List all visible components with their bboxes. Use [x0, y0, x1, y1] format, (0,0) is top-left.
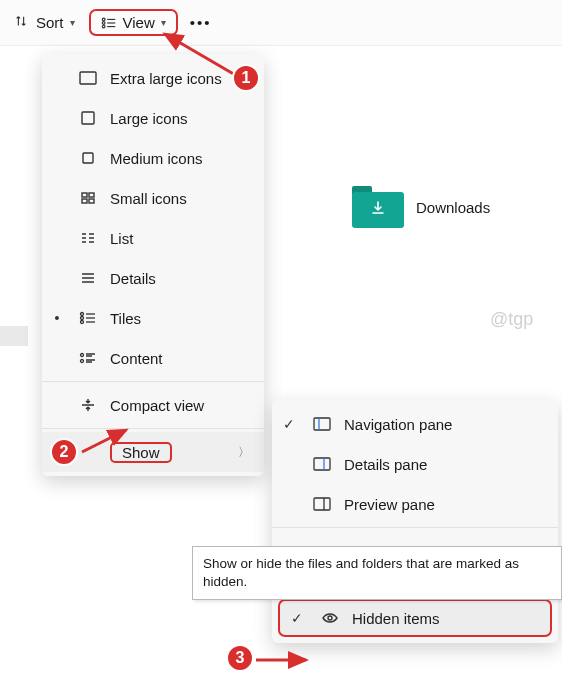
folder-item-downloads[interactable]: Downloads: [352, 186, 490, 228]
details-pane-icon: [310, 457, 334, 471]
menu-item-label: Content: [110, 350, 256, 367]
svg-rect-8: [82, 199, 87, 203]
list-icon: [76, 231, 100, 245]
svg-point-13: [81, 354, 84, 357]
menu-item-label: Medium icons: [110, 150, 256, 167]
view-menu-item-list[interactable]: List: [42, 218, 264, 258]
menu-item-label: Small icons: [110, 190, 256, 207]
view-icon: [101, 16, 117, 30]
annotation-badge-1: 1: [232, 64, 260, 92]
view-label: View: [123, 14, 155, 31]
menu-item-label: List: [110, 230, 256, 247]
annotation-badge-2: 2: [50, 438, 78, 466]
annotation-arrow-3: [254, 650, 314, 670]
svg-rect-7: [89, 193, 94, 197]
svg-point-1: [102, 21, 105, 24]
view-menu-item-large[interactable]: Large icons: [42, 98, 264, 138]
medium-icons-icon: [76, 151, 100, 165]
menu-item-label: Compact view: [110, 397, 256, 414]
preview-pane-icon: [310, 497, 334, 511]
show-menu-item-preview-pane[interactable]: Preview pane: [272, 484, 558, 524]
annotation-arrow-2: [78, 424, 138, 464]
svg-point-19: [328, 616, 332, 620]
svg-point-2: [102, 25, 105, 28]
sort-icon: [14, 14, 30, 31]
menu-item-label: Details pane: [344, 456, 548, 473]
extra-large-icons-icon: [76, 71, 100, 85]
svg-point-10: [81, 313, 84, 316]
small-icons-icon: [76, 191, 100, 205]
show-menu-item-navigation-pane[interactable]: ✓ Navigation pane: [272, 404, 558, 444]
menu-item-label: Details: [110, 270, 256, 287]
folder-icon: [352, 186, 404, 228]
svg-rect-16: [314, 458, 330, 470]
view-menu-item-tiles[interactable]: • Tiles: [42, 298, 264, 338]
content-icon: [76, 351, 100, 365]
view-menu-item-small[interactable]: Small icons: [42, 178, 264, 218]
hidden-items-icon: [318, 611, 342, 625]
menu-item-label: Preview pane: [344, 496, 548, 513]
svg-point-11: [81, 317, 84, 320]
show-menu-item-hidden-items[interactable]: ✓ Hidden items: [278, 599, 552, 637]
watermark: @tgp: [490, 309, 533, 330]
show-submenu: ✓ Navigation pane Details pane Preview p…: [272, 400, 558, 643]
chevron-down-icon: ▾: [70, 17, 75, 28]
menu-item-label: Navigation pane: [344, 416, 548, 433]
menu-item-label: Large icons: [110, 110, 256, 127]
sort-label: Sort: [36, 14, 64, 31]
svg-rect-15: [314, 418, 330, 430]
sort-button[interactable]: Sort ▾: [4, 10, 85, 35]
details-icon: [76, 271, 100, 285]
chevron-right-icon: 〉: [238, 444, 256, 461]
show-menu-item-details-pane[interactable]: Details pane: [272, 444, 558, 484]
folder-label: Downloads: [416, 199, 490, 216]
annotation-badge-3: 3: [226, 644, 254, 672]
compact-view-icon: [76, 398, 100, 412]
view-menu-item-content[interactable]: Content: [42, 338, 264, 378]
selected-dot-icon: •: [48, 310, 66, 326]
check-icon: ✓: [278, 416, 300, 432]
svg-rect-17: [314, 498, 330, 510]
navigation-pane-icon: [310, 417, 334, 431]
tiles-icon: [76, 311, 100, 325]
command-bar: Sort ▾ View ▾ •••: [0, 0, 562, 46]
view-menu-item-medium[interactable]: Medium icons: [42, 138, 264, 178]
view-menu-item-compact[interactable]: Compact view: [42, 385, 264, 425]
view-menu: Extra large icons Large icons Medium ico…: [42, 54, 264, 476]
svg-rect-3: [80, 72, 96, 84]
svg-rect-6: [82, 193, 87, 197]
svg-point-14: [81, 360, 84, 363]
tooltip: Show or hide the files and folders that …: [192, 546, 562, 600]
check-icon: ✓: [286, 610, 308, 626]
menu-item-label: Hidden items: [352, 610, 540, 627]
large-icons-icon: [76, 111, 100, 125]
svg-point-12: [81, 321, 84, 324]
svg-rect-4: [82, 112, 94, 124]
svg-point-0: [102, 18, 105, 21]
view-menu-item-details[interactable]: Details: [42, 258, 264, 298]
menu-item-label: Tiles: [110, 310, 256, 327]
svg-rect-5: [83, 153, 93, 163]
svg-rect-9: [89, 199, 94, 203]
chevron-down-icon: ▾: [161, 17, 166, 28]
selection-strip: [0, 326, 28, 346]
